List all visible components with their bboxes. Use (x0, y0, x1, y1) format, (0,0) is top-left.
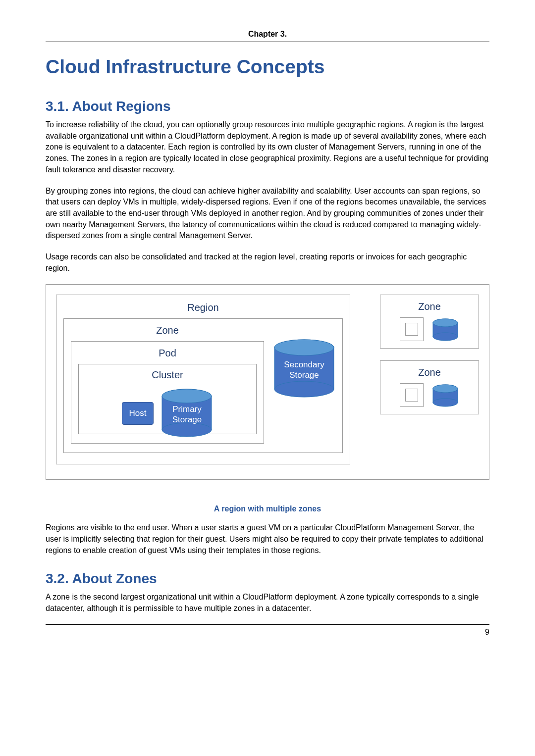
zone-small-1-label: Zone (385, 301, 474, 312)
zone-small-2-label: Zone (385, 367, 474, 378)
mini-pod-icon (400, 317, 424, 341)
zone-side-stack: Zone Zone (380, 295, 479, 414)
secondary-storage-cylinder: SecondaryStorage (273, 339, 335, 381)
cluster-label: Cluster (79, 369, 256, 381)
section31-p1: To increase reliability of the cloud, yo… (46, 119, 489, 176)
svg-point-10 (433, 333, 458, 341)
zone-box: Zone Pod Cluster Host (63, 318, 343, 454)
svg-point-3 (162, 389, 212, 403)
chapter-label: Chapter 3. (46, 30, 489, 42)
region-label: Region (63, 302, 343, 313)
diagram-caption: A region with multiple zones (46, 504, 489, 513)
primary-storage-cylinder: PrimaryStorage (160, 388, 213, 425)
mini-cylinder-icon (431, 318, 459, 341)
svg-point-15 (433, 385, 458, 393)
zone-label: Zone (71, 325, 264, 336)
svg-point-6 (274, 381, 334, 397)
secondary-storage-text: SecondaryStorage (284, 359, 324, 381)
zone-small-2: Zone (380, 360, 479, 414)
svg-point-7 (274, 340, 334, 355)
region-box: Region Zone Pod Cluster Host (56, 295, 350, 465)
section31-p3: Usage records can also be consolidated a… (46, 252, 489, 274)
host-badge: Host (122, 402, 154, 425)
mini-pod-icon (400, 383, 424, 407)
section32-p1: A zone is the second largest organizatio… (46, 592, 489, 614)
pod-label: Pod (78, 348, 257, 359)
mini-cylinder-icon (431, 384, 459, 407)
section31-p2: By grouping zones into regions, the clou… (46, 186, 489, 242)
diagram-region-zones: Region Zone Pod Cluster Host (46, 284, 489, 480)
section-heading-31: 3.1. About Regions (46, 99, 489, 114)
page-title: Cloud Infrastructure Concepts (46, 56, 489, 78)
pod-box: Pod Cluster Host (71, 341, 264, 444)
cluster-box: Cluster Host PrimaryStorag (78, 364, 257, 435)
primary-storage-text: PrimaryStorage (172, 404, 202, 425)
section31-p4: Regions are visible to the end user. Whe… (46, 522, 489, 556)
page-number: 9 (46, 624, 489, 637)
zone-small-1: Zone (380, 295, 479, 349)
svg-point-11 (433, 319, 458, 327)
svg-point-14 (433, 399, 458, 406)
section-heading-32: 3.2. About Zones (46, 571, 489, 587)
